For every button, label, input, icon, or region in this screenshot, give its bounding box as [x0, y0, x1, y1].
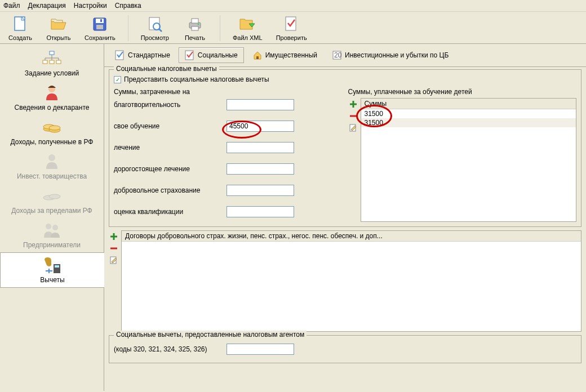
income-abroad-icon	[41, 187, 63, 205]
svg-point-30	[46, 224, 51, 229]
checkbox-provide-label: Предоставить социальные налоговые вычеты	[124, 75, 269, 83]
field-treatment-input[interactable]	[227, 142, 294, 153]
toolbar: Создать Открыть Сохранить Просмотр Печат…	[0, 12, 586, 44]
sidebar-item-conditions[interactable]: Задание условий	[0, 46, 104, 81]
field-insurance-input[interactable]	[227, 185, 294, 196]
group-social-title: Социальные налоговые вычеты	[114, 65, 219, 73]
group-agent-title: Социальные вычеты, предоставленные налог…	[114, 331, 307, 338]
svg-point-26	[49, 126, 60, 130]
svg-rect-33	[55, 265, 59, 268]
toolbar-preview-label: Просмотр	[141, 34, 169, 41]
list-edit-button[interactable]	[348, 123, 358, 133]
toolbar-check[interactable]: Проверить	[272, 14, 312, 42]
list-item[interactable]: 31500	[361, 109, 576, 118]
toolbar-preview[interactable]: Просмотр	[136, 14, 174, 42]
toolbar-xml-label: Файл XML	[233, 34, 263, 41]
sidebar-deductions-label: Вычеты	[40, 276, 64, 284]
entrepreneur-icon	[41, 221, 63, 239]
svg-rect-38	[256, 56, 259, 59]
tabbar: Стандартные Социальные Имущественный 20.…	[104, 44, 586, 67]
print-icon	[186, 15, 204, 33]
declarant-icon	[41, 84, 63, 102]
group-social: Социальные налоговые вычеты ✓ Предостави…	[109, 69, 581, 227]
tab-investment[interactable]: 20.. Инвестиционные и убытки по ЦБ	[326, 47, 455, 63]
menu-file[interactable]: Файл	[3, 2, 20, 10]
children-list-header: Суммы	[361, 99, 576, 109]
preview-icon	[146, 15, 164, 33]
content-area: Стандартные Социальные Имущественный 20.…	[104, 44, 586, 391]
toolbar-open[interactable]: Открыть	[42, 14, 76, 42]
field-expensive-treatment-label: дорогостоящее лечение	[114, 165, 227, 173]
field-charity-label: благотворительность	[114, 101, 227, 109]
svg-line-7	[159, 29, 162, 32]
field-education-input[interactable]	[227, 121, 294, 132]
children-list[interactable]: Суммы 31500 31500	[361, 98, 577, 222]
list-remove-button[interactable]	[348, 111, 358, 121]
tab-social-label: Социальные	[198, 51, 238, 59]
svg-rect-3	[96, 25, 103, 29]
svg-rect-15	[50, 60, 54, 64]
svg-rect-14	[43, 60, 47, 64]
toolbar-check-label: Проверить	[276, 34, 307, 41]
investment-icon: 20..	[332, 50, 342, 60]
toolbar-print-label: Печать	[185, 34, 205, 41]
new-icon	[11, 15, 29, 33]
sidebar-income-abroad-label: Доходы за пределами РФ	[11, 207, 92, 215]
xml-icon	[238, 15, 256, 33]
tab-social[interactable]: Социальные	[179, 47, 244, 63]
children-group-title: Суммы, уплаченные за обучение детей	[348, 88, 577, 96]
svg-rect-9	[192, 19, 198, 23]
field-treatment-label: лечение	[114, 144, 227, 152]
toolbar-save[interactable]: Сохранить	[80, 14, 120, 42]
toolbar-print[interactable]: Печать	[178, 14, 212, 42]
agent-codes-label: (коды 320, 321, 324, 325, 326)	[114, 345, 227, 353]
list-add-button[interactable]	[348, 99, 358, 109]
field-qualification-label: оценка квалификации	[114, 208, 227, 216]
menu-settings[interactable]: Настройки	[74, 2, 107, 10]
checkbox-provide[interactable]: ✓	[114, 76, 121, 83]
contracts-remove-button[interactable]	[109, 243, 119, 253]
agent-codes-input[interactable]	[227, 344, 294, 355]
property-icon	[252, 50, 263, 60]
toolbar-open-label: Открыть	[46, 34, 70, 41]
toolbar-new[interactable]: Создать	[3, 14, 37, 42]
sidebar-declarant-label: Сведения о декларанте	[15, 104, 90, 112]
field-education-label: свое обучение	[114, 122, 227, 130]
field-charity-input[interactable]	[227, 99, 294, 110]
social-icon	[185, 50, 195, 60]
svg-rect-16	[56, 60, 61, 64]
menu-declaration[interactable]: Декларация	[28, 2, 66, 10]
sidebar-conditions-label: Задание условий	[25, 69, 79, 77]
save-icon	[91, 15, 109, 33]
list-item[interactable]: 31500	[361, 118, 576, 127]
contracts-list[interactable]: Договоры добровольного страх. жизни, пен…	[121, 230, 581, 332]
sidebar-invest-label: Инвест. товарищества	[17, 172, 87, 180]
svg-rect-10	[192, 26, 198, 30]
tab-property[interactable]: Имущественный	[246, 47, 323, 63]
group-sums: Суммы, затраченные на благотворительност…	[114, 88, 343, 217]
toolbar-new-label: Создать	[8, 34, 32, 41]
sidebar: Задание условий Сведения о декларанте До…	[0, 44, 104, 391]
sidebar-item-income-abroad: Доходы за пределами РФ	[0, 184, 104, 218]
svg-point-27	[48, 154, 55, 161]
tab-property-label: Имущественный	[265, 51, 317, 59]
group-agent: Социальные вычеты, предоставленные налог…	[109, 335, 581, 363]
tab-standard[interactable]: Стандартные	[109, 47, 176, 63]
sidebar-item-declarant[interactable]: Сведения о декларанте	[0, 81, 104, 115]
menu-help[interactable]: Справка	[115, 2, 141, 10]
toolbar-xml[interactable]: Файл XML	[228, 14, 267, 42]
svg-point-11	[197, 24, 199, 25]
tab-standard-label: Стандартные	[128, 51, 170, 59]
sidebar-item-income-rf[interactable]: Доходы, полученные в РФ	[0, 115, 104, 149]
invest-icon	[41, 153, 63, 171]
sidebar-item-invest: Инвест. товарищества	[0, 149, 104, 184]
field-expensive-treatment-input[interactable]	[227, 163, 294, 175]
open-icon	[50, 15, 68, 33]
standard-icon	[115, 50, 125, 60]
field-qualification-input[interactable]	[227, 206, 294, 217]
group-sums-title: Суммы, затраченные на	[114, 88, 343, 96]
contracts-edit-button[interactable]	[109, 255, 119, 265]
contracts-add-button[interactable]	[109, 231, 119, 242]
sidebar-item-deductions[interactable]: Вычеты	[0, 252, 104, 288]
svg-point-29	[49, 194, 60, 199]
